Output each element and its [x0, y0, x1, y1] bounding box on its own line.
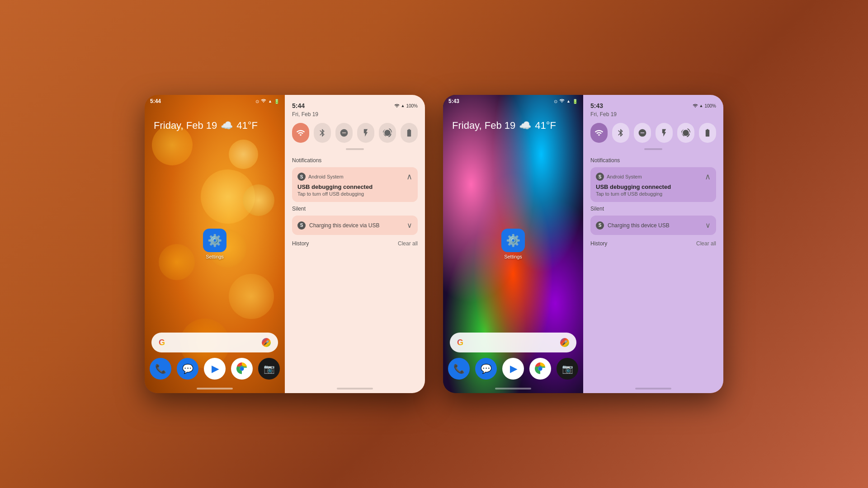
bokeh-5: [243, 184, 274, 216]
messages-app-cool[interactable]: 💬: [475, 358, 497, 380]
notif-section-label-warm: Notifications: [292, 157, 418, 164]
silent-card-cool[interactable]: S Charging this device USB ∨: [590, 216, 716, 235]
notif-card-cool[interactable]: S Android System ∧ USB debugging connect…: [590, 167, 716, 202]
bokeh-7: [229, 140, 258, 169]
notif-app-name-cool: Android System: [607, 174, 642, 179]
panel-date-warm: Fri, Feb 19: [292, 111, 418, 117]
panel-date-text-warm: Fri, Feb 19: [292, 111, 318, 117]
phone-pair-1: 5:44 ⊙ ▲ 🔋 Friday, Feb 19 ☁️ 41°F: [145, 95, 425, 393]
qs-wifi-warm[interactable]: [292, 123, 309, 143]
settings-desktop-icon-cool[interactable]: ⚙️ Settings: [501, 229, 525, 259]
mic-icon-cool[interactable]: 🎤: [560, 338, 569, 347]
phone-app-warm[interactable]: 📞: [150, 358, 171, 380]
qs-battery-cool[interactable]: [699, 123, 716, 143]
camera-app-warm[interactable]: 📷: [258, 358, 280, 380]
notif-title-cool: USB debugging connected: [596, 183, 711, 190]
silent-left-cool: S Charging this device USB: [596, 221, 670, 230]
panel-status-icons-cool: ▲ 100%: [693, 103, 717, 108]
status-bar-warm: 5:44 ⊙ ▲ 🔋: [145, 95, 285, 108]
silent-card-warm[interactable]: S Charging this device via USB ∨: [292, 216, 418, 235]
silent-chevron-cool[interactable]: ∨: [705, 221, 711, 230]
weather-icon-warm: ☁️: [221, 120, 233, 131]
settings-desktop-icon-warm[interactable]: ⚙️ Settings: [203, 229, 226, 259]
silent-section-label-cool: Silent: [590, 206, 716, 212]
notif-card-header-cool: S Android System ∧: [596, 173, 711, 181]
notif-title-warm: USB debugging connected: [297, 183, 412, 190]
qs-rotate-warm[interactable]: [379, 123, 396, 143]
messages-app-warm[interactable]: 💬: [177, 358, 198, 380]
qs-battery-warm[interactable]: [401, 123, 418, 143]
signal-cool: ▲: [699, 103, 703, 108]
qs-wifi-cool[interactable]: [590, 123, 608, 143]
notif-app-icon-warm: S: [297, 173, 306, 181]
status-icons-warm: ⊙ ▲ 🔋: [255, 97, 279, 105]
panel-divider-warm: [346, 148, 364, 150]
notif-body-cool: Tap to turn off USB debugging: [596, 191, 711, 197]
play-app-warm[interactable]: ▶: [204, 358, 226, 380]
phone-app-cool[interactable]: 📞: [448, 358, 470, 380]
status-time-cool: 5:43: [448, 98, 459, 104]
battery-icon-home: 🔋: [274, 99, 279, 104]
mic-icon-warm[interactable]: 🎤: [262, 338, 271, 347]
status-icons-cool: ⊙ ▲ 🔋: [554, 97, 578, 105]
status-time-warm: 5:44: [150, 98, 161, 104]
clear-all-warm[interactable]: Clear all: [398, 240, 418, 247]
home-date-text-cool: Friday, Feb 19 ☁️ 41°F: [452, 120, 574, 131]
panel-time-cool: 5:43: [590, 102, 603, 109]
silent-title-cool: Charging this device USB: [608, 222, 670, 229]
qs-bluetooth-warm[interactable]: [314, 123, 331, 143]
notif-panel-warm: 5:44 ▲ 100% Fri, Feb 19: [285, 95, 425, 393]
panel-status-bar-cool: 5:43 ▲ 100%: [590, 102, 716, 109]
qs-dnd-cool[interactable]: [634, 123, 651, 143]
notif-title-row-cool: S Android System: [596, 173, 642, 181]
notif-title-row-warm: S Android System: [297, 173, 344, 181]
qs-dnd-warm[interactable]: [335, 123, 353, 143]
history-row-cool: History Clear all: [590, 240, 716, 247]
silent-chevron-warm[interactable]: ∨: [407, 221, 412, 230]
qs-bluetooth-cool[interactable]: [612, 123, 629, 143]
quick-settings-warm: [292, 123, 418, 143]
history-row-warm: History Clear all: [292, 240, 418, 247]
silent-title-warm: Charging this device via USB: [309, 222, 379, 229]
bokeh-4: [229, 274, 274, 319]
notif-panel-cool: 5:43 ▲ 100% Fri, Feb 19: [583, 95, 723, 393]
panel-indicator-warm: [337, 388, 373, 389]
search-bar-warm[interactable]: G 🎤: [151, 333, 278, 352]
home-date-warm: Friday, Feb 19 ☁️ 41°F: [154, 120, 276, 131]
history-label-cool: History: [590, 240, 607, 247]
panel-divider-cool: [644, 148, 662, 150]
battery-icon-cool: 🔋: [572, 99, 578, 104]
silent-app-icon-warm: S: [297, 221, 306, 230]
panel-status-icons-warm: ▲ 100%: [394, 103, 418, 108]
sim-icon-cool: ⊙: [554, 99, 557, 104]
qs-flashlight-cool[interactable]: [656, 123, 673, 143]
temp-label-warm: 41°F: [236, 120, 258, 131]
notif-expand-warm[interactable]: ∧: [406, 173, 412, 181]
battery-warm: 100%: [406, 103, 418, 108]
notif-body-warm: Tap to turn off USB debugging: [297, 191, 412, 197]
qs-rotate-cool[interactable]: [677, 123, 694, 143]
notif-expand-cool[interactable]: ∧: [705, 173, 711, 181]
battery-cool: 100%: [704, 103, 716, 108]
sim-icon: ⊙: [255, 99, 259, 104]
svg-point-1: [538, 366, 542, 371]
search-bar-cool[interactable]: G 🎤: [450, 333, 576, 352]
qs-flashlight-warm[interactable]: [357, 123, 374, 143]
nav-indicator-cool: [495, 388, 531, 389]
panel-date-cool: Fri, Feb 19: [590, 111, 716, 117]
settings-icon-label-warm: Settings: [206, 254, 224, 259]
notif-card-warm[interactable]: S Android System ∧ USB debugging connect…: [292, 167, 418, 202]
home-screen-cool: 5:43 ⊙ ▲ 🔋 Friday, Feb 19 ☁️ 41°F: [443, 95, 583, 393]
notif-app-icon-cool: S: [596, 173, 604, 181]
play-app-cool[interactable]: ▶: [502, 358, 524, 380]
google-logo-cool: G: [457, 338, 463, 347]
clear-all-cool[interactable]: Clear all: [696, 240, 716, 247]
notif-section-label-cool: Notifications: [590, 157, 716, 164]
chrome-app-cool[interactable]: [529, 358, 551, 380]
signal-warm: ▲: [401, 103, 405, 108]
camera-app-cool[interactable]: 📷: [557, 358, 578, 380]
phone-pair-2: 5:43 ⊙ ▲ 🔋 Friday, Feb 19 ☁️ 41°F: [443, 95, 723, 393]
settings-icon-img-warm: ⚙️: [203, 229, 226, 252]
wifi-icon-cool: [559, 97, 565, 105]
chrome-app-warm[interactable]: [231, 358, 253, 380]
